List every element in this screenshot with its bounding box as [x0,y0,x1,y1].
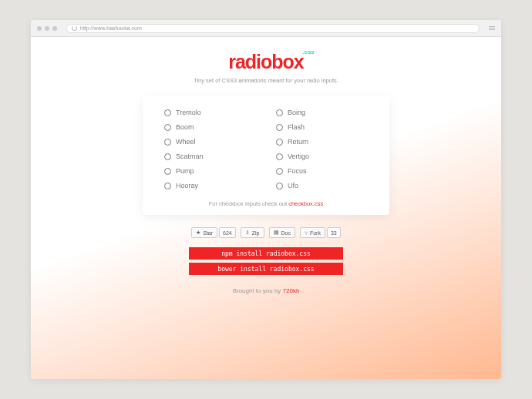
radio-option[interactable]: Boing [276,109,368,116]
radio-input[interactable] [276,153,283,160]
options-grid: Tremolo Boom Wheel Scatman Pump Hooray B… [164,109,368,189]
card-footer: For checkbox inputs check out checkbox.c… [164,200,368,207]
reload-icon[interactable] [72,25,77,31]
fork-pair: ⑂Fork 33 [300,227,341,238]
radio-label: Scatman [176,153,204,160]
radio-label: Pump [176,167,194,175]
radio-label: Focus [288,167,307,175]
browser-window: http://www.bashooka.com radiobox.css Tin… [31,20,501,379]
url-text: http://www.bashooka.com [80,25,142,31]
radio-input[interactable] [276,124,283,131]
doc-button[interactable]: ▤Doc [269,227,295,238]
github-buttons: ★Star 624 ⇩Zip ▤Doc ⑂Fork 33 [191,227,341,238]
radio-label: Ufo [288,182,298,189]
traffic-light[interactable] [52,26,57,31]
fork-label: Fork [310,230,321,236]
radio-input[interactable] [164,183,171,189]
options-card: Tremolo Boom Wheel Scatman Pump Hooray B… [143,96,389,215]
credit-link[interactable]: 720kb [283,287,300,294]
radio-label: Hooray [176,182,198,189]
npm-command[interactable]: npm install radiobox.css [189,247,343,260]
radio-option[interactable]: Pump [164,167,256,175]
radio-input[interactable] [164,109,171,116]
radio-label: Tremolo [176,109,201,116]
radio-option[interactable]: Tremolo [164,109,256,116]
radio-input[interactable] [164,153,171,160]
options-col-right: Boing Flash Return Vertigo Focus Ufo [276,109,368,189]
hamburger-icon[interactable] [489,26,495,30]
radio-option[interactable]: Wheel [164,138,256,146]
logo-text: radiobox [228,51,304,72]
radio-label: Vertigo [288,153,309,160]
radio-option[interactable]: Ufo [276,182,368,189]
radio-input[interactable] [164,139,171,146]
fork-count: 33 [327,227,341,238]
radio-label: Return [288,138,308,146]
radio-input[interactable] [164,124,171,131]
page-content: radiobox.css Tiny set of CSS3 animations… [31,37,501,379]
url-bar[interactable]: http://www.bashooka.com [66,24,480,33]
card-footer-text: For checkbox inputs check out [209,200,288,207]
radio-option[interactable]: Vertigo [276,153,368,160]
radio-input[interactable] [276,183,283,189]
radio-option[interactable]: Return [276,138,368,146]
radio-input[interactable] [276,168,283,175]
radio-input[interactable] [276,139,283,146]
bower-command[interactable]: bower install radiobox.css [189,263,343,275]
radio-option[interactable]: Boom [164,123,256,131]
radio-label: Wheel [176,138,196,146]
radio-option[interactable]: Flash [276,123,368,131]
radio-option[interactable]: Focus [276,167,368,175]
radio-input[interactable] [276,109,283,116]
doc-icon: ▤ [274,230,279,236]
star-pair: ★Star 624 [191,227,236,238]
browser-chrome: http://www.bashooka.com [31,20,501,37]
radio-option[interactable]: Hooray [164,182,256,189]
fork-icon: ⑂ [305,230,308,236]
fork-button[interactable]: ⑂Fork [300,227,325,238]
radio-label: Flash [288,123,305,131]
zip-label: Zip [252,230,260,236]
doc-label: Doc [281,230,291,236]
radio-label: Boing [288,109,305,116]
traffic-light[interactable] [37,26,42,31]
credit: Brought to you by 720kb [233,287,300,294]
traffic-light[interactable] [45,26,49,31]
tagline: Tiny set of CSS3 animations meant for yo… [194,77,338,84]
logo: radiobox.css [228,51,304,73]
options-col-left: Tremolo Boom Wheel Scatman Pump Hooray [164,109,256,189]
credit-text: Brought to you by [233,287,283,294]
radio-label: Boom [176,123,194,131]
download-icon: ⇩ [245,230,250,236]
logo-sup: .css [302,49,315,55]
radio-input[interactable] [164,168,171,175]
install-commands: npm install radiobox.css bower install r… [189,247,343,275]
zip-button[interactable]: ⇩Zip [241,227,264,238]
star-label: Star [203,230,213,236]
star-button[interactable]: ★Star [191,227,217,238]
star-count: 624 [219,227,236,238]
checkbox-css-link[interactable]: checkbox.css [288,200,323,207]
star-icon: ★ [196,230,200,236]
radio-option[interactable]: Scatman [164,153,256,160]
